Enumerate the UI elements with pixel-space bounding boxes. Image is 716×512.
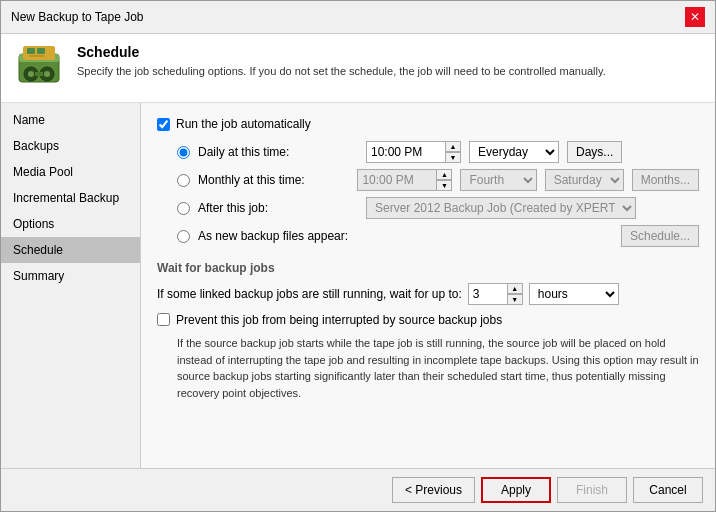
daily-time-input[interactable] [366,141,446,163]
hours-dropdown[interactable]: hours minutes [529,283,619,305]
monthly-radio[interactable] [177,174,190,187]
finish-button[interactable]: Finish [557,477,627,503]
svg-rect-9 [37,48,45,54]
sidebar-item-name[interactable]: Name [1,107,140,133]
sidebar-item-summary[interactable]: Summary [1,263,140,289]
sidebar-item-incremental[interactable]: Incremental Backup [1,185,140,211]
dialog: New Backup to Tape Job ✕ Schedule [0,0,716,512]
body: Name Backups Media Pool Incremental Back… [1,103,715,468]
run-automatically-checkbox[interactable] [157,118,170,131]
sidebar: Name Backups Media Pool Incremental Back… [1,103,141,468]
svg-rect-10 [29,55,45,57]
wait-label: If some linked backup jobs are still run… [157,287,462,301]
sidebar-item-schedule[interactable]: Schedule [1,237,140,263]
monthly-time-down[interactable]: ▼ [436,180,452,191]
daily-time-group: ▲ ▼ [366,141,461,163]
everyday-dropdown[interactable]: Everyday Weekdays Weekends [469,141,559,163]
daily-time-down[interactable]: ▼ [445,152,461,163]
wait-title: Wait for backup jobs [157,261,699,275]
daily-time-up[interactable]: ▲ [445,141,461,152]
monthly-time-spinner: ▲ ▼ [436,169,452,191]
footer: < Previous Apply Finish Cancel [1,468,715,511]
previous-button[interactable]: < Previous [392,477,475,503]
monthly-label: Monthly at this time: [198,173,349,187]
daily-row: Daily at this time: ▲ ▼ Everyday Weekday… [177,141,699,163]
wait-value-input[interactable] [468,283,508,305]
after-job-radio[interactable] [177,202,190,215]
header-text: Schedule Specify the job scheduling opti… [77,44,606,79]
prevent-checkbox[interactable] [157,313,170,326]
prevent-row: Prevent this job from being interrupted … [157,313,699,327]
as-new-files-row: As new backup files appear: Schedule... [177,225,699,247]
monthly-row: Monthly at this time: ▲ ▼ Fourth First S… [177,169,699,191]
monthly-time-group: ▲ ▼ [357,169,452,191]
months-button[interactable]: Months... [632,169,699,191]
prevent-label: Prevent this job from being interrupted … [176,313,502,327]
daily-time-spinner: ▲ ▼ [445,141,461,163]
wait-section: Wait for backup jobs If some linked back… [157,261,699,401]
after-job-row: After this job: Server 2012 Backup Job (… [177,197,699,219]
after-job-label: After this job: [198,201,358,215]
wait-input-group: ▲ ▼ [468,283,523,305]
title-bar: New Backup to Tape Job ✕ [1,1,715,34]
fourth-dropdown[interactable]: Fourth First Second Third Last [460,169,536,191]
schedule-radio-group: Daily at this time: ▲ ▼ Everyday Weekday… [177,141,699,247]
header-description: Specify the job scheduling options. If y… [77,64,606,79]
svg-point-5 [44,71,50,77]
after-job-dropdown[interactable]: Server 2012 Backup Job (Created by XPERT… [366,197,636,219]
daily-label: Daily at this time: [198,145,358,159]
wait-spinner: ▲ ▼ [507,283,523,305]
run-automatically-row: Run the job automatically [157,117,699,131]
saturday-dropdown[interactable]: Saturday Sunday Monday [545,169,624,191]
prevent-description: If the source backup job starts while th… [177,335,699,401]
wait-row: If some linked backup jobs are still run… [157,283,699,305]
sidebar-item-backups[interactable]: Backups [1,133,140,159]
close-button[interactable]: ✕ [685,7,705,27]
apply-button[interactable]: Apply [481,477,551,503]
header-title: Schedule [77,44,606,60]
header: Schedule Specify the job scheduling opti… [1,34,715,103]
cancel-button[interactable]: Cancel [633,477,703,503]
sidebar-item-media-pool[interactable]: Media Pool [1,159,140,185]
svg-rect-6 [35,72,43,76]
sidebar-item-options[interactable]: Options [1,211,140,237]
svg-rect-8 [27,48,35,54]
dialog-title: New Backup to Tape Job [11,10,144,24]
schedule-button[interactable]: Schedule... [621,225,699,247]
as-new-files-label: As new backup files appear: [198,229,358,243]
monthly-time-input[interactable] [357,169,437,191]
svg-point-4 [28,71,34,77]
as-new-files-radio[interactable] [177,230,190,243]
wait-up[interactable]: ▲ [507,283,523,294]
monthly-time-up[interactable]: ▲ [436,169,452,180]
wait-down[interactable]: ▼ [507,294,523,305]
run-automatically-label: Run the job automatically [176,117,311,131]
header-icon [15,44,63,92]
daily-radio[interactable] [177,146,190,159]
days-button[interactable]: Days... [567,141,622,163]
content: Run the job automatically Daily at this … [141,103,715,468]
